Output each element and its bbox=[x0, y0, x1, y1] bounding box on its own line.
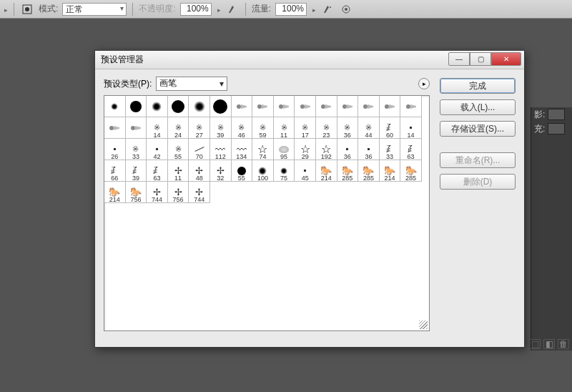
svg-point-1 bbox=[25, 7, 29, 11]
brush-preset[interactable] bbox=[252, 96, 274, 117]
brush-preset[interactable] bbox=[316, 96, 337, 117]
panel-input-1[interactable] bbox=[548, 109, 565, 120]
brush-preset[interactable]: ✢11 bbox=[168, 160, 189, 182]
brush-preset[interactable]: ※55 bbox=[168, 139, 189, 160]
brush-preset[interactable]: ※44 bbox=[358, 117, 380, 139]
svg-point-14 bbox=[109, 126, 114, 130]
delete-button[interactable]: 删除(D) bbox=[440, 174, 516, 190]
brush-preset[interactable]: ⺪66 bbox=[104, 160, 126, 182]
dialog-titlebar[interactable]: 预设管理器 — ▢ ✕ bbox=[95, 51, 524, 69]
brush-preset[interactable]: 〰134 bbox=[232, 139, 253, 160]
brush-preset[interactable]: 36 bbox=[337, 139, 359, 160]
panel-icon-1[interactable]: ⬚ bbox=[529, 339, 541, 349]
brush-preset[interactable]: ⺪63 bbox=[147, 160, 168, 182]
tool-preset-arrow[interactable] bbox=[3, 4, 8, 14]
brush-preset[interactable]: ※17 bbox=[295, 117, 316, 139]
brush-preset[interactable] bbox=[358, 96, 380, 117]
brush-preset[interactable]: 55 bbox=[232, 160, 253, 182]
brush-preset[interactable] bbox=[210, 96, 232, 117]
brush-preset[interactable] bbox=[126, 117, 147, 139]
brush-preset[interactable]: 🐎756 bbox=[126, 182, 147, 203]
preset-type-select[interactable]: 画笔 bbox=[156, 77, 227, 91]
brush-preset[interactable]: 🐎285 bbox=[358, 160, 380, 182]
brush-preset[interactable]: ✢48 bbox=[189, 160, 210, 182]
preset-manager-dialog: 预设管理器 — ▢ ✕ 预设类型(P): 画笔 ▸ ※14※24※27※39※4… bbox=[94, 50, 525, 348]
flyout-menu-icon[interactable]: ▸ bbox=[418, 78, 430, 89]
brush-preset[interactable]: ※46 bbox=[232, 117, 253, 139]
done-button[interactable]: 完成 bbox=[440, 78, 516, 94]
brush-preset[interactable]: 〰112 bbox=[210, 139, 232, 160]
brush-preset[interactable] bbox=[337, 96, 359, 117]
brush-settings-icon[interactable] bbox=[20, 2, 34, 16]
brush-preset[interactable]: ※59 bbox=[252, 117, 274, 139]
brush-preset[interactable] bbox=[380, 96, 401, 117]
brush-preset[interactable]: 🐎285 bbox=[337, 160, 359, 182]
brush-preset[interactable] bbox=[126, 96, 147, 117]
brush-preset[interactable]: ※39 bbox=[210, 117, 232, 139]
svg-point-13 bbox=[406, 104, 410, 109]
side-panel: 影: 充: ⬚ ◧ 🗑 bbox=[531, 107, 572, 351]
brush-preset[interactable] bbox=[104, 117, 126, 139]
brush-preset[interactable] bbox=[232, 96, 253, 117]
save-set-button[interactable]: 存储设置(S)... bbox=[440, 121, 516, 137]
brush-preset[interactable]: 36 bbox=[358, 139, 380, 160]
mode-select[interactable]: 正常 bbox=[62, 3, 127, 16]
size-pressure-icon[interactable] bbox=[339, 2, 353, 16]
brush-preset[interactable]: ⺪39 bbox=[126, 160, 147, 182]
brush-preset[interactable]: ※36 bbox=[337, 117, 359, 139]
maximize-button[interactable]: ▢ bbox=[470, 52, 491, 66]
brush-preset[interactable]: ※23 bbox=[316, 117, 337, 139]
brush-preset[interactable]: ☆29 bbox=[295, 139, 316, 160]
brush-preset[interactable]: ⺪63 bbox=[400, 139, 422, 160]
brush-preset[interactable]: 🐎214 bbox=[104, 182, 126, 203]
brush-preset[interactable]: ✢744 bbox=[147, 182, 168, 203]
brush-preset[interactable] bbox=[168, 96, 189, 117]
options-toolbar: 模式: 正常 不透明度: 100% 流量: 100% bbox=[0, 0, 572, 19]
minimize-button[interactable]: — bbox=[448, 52, 470, 66]
brush-preset[interactable]: ⺪33 bbox=[380, 139, 401, 160]
opacity-input[interactable]: 100% bbox=[180, 3, 212, 16]
brush-preset[interactable]: 🐎285 bbox=[400, 160, 422, 182]
brush-preset[interactable]: 95 bbox=[274, 139, 295, 160]
brush-preset[interactable]: ※14 bbox=[147, 117, 168, 139]
flow-arrow[interactable] bbox=[311, 4, 316, 14]
brush-preset[interactable]: 45 bbox=[295, 160, 316, 182]
brush-preset[interactable]: ⺪60 bbox=[380, 117, 401, 139]
brush-preset[interactable]: 14 bbox=[400, 117, 422, 139]
opacity-arrow[interactable] bbox=[216, 4, 221, 14]
brush-preset[interactable]: ✢32 bbox=[210, 160, 232, 182]
brush-preset[interactable] bbox=[274, 96, 295, 117]
panel-input-2[interactable] bbox=[548, 123, 565, 134]
brush-preset[interactable]: 🐎214 bbox=[316, 160, 337, 182]
brush-preset[interactable] bbox=[147, 96, 168, 117]
brush-preset[interactable]: ※27 bbox=[189, 117, 210, 139]
panel-icon-3[interactable]: 🗑 bbox=[558, 339, 569, 349]
opacity-pressure-icon[interactable] bbox=[225, 2, 240, 16]
brush-preset[interactable]: 26 bbox=[104, 139, 126, 160]
brush-preset[interactable] bbox=[189, 96, 210, 117]
brush-preset[interactable]: ☆192 bbox=[316, 139, 337, 160]
brush-preset[interactable] bbox=[295, 96, 316, 117]
brush-preset[interactable]: 75 bbox=[274, 160, 295, 182]
close-button[interactable]: ✕ bbox=[491, 52, 521, 66]
flow-input[interactable]: 100% bbox=[275, 3, 307, 16]
svg-point-7 bbox=[279, 104, 283, 109]
brush-preset[interactable]: ☆74 bbox=[252, 139, 274, 160]
brush-preset[interactable]: ※33 bbox=[126, 139, 147, 160]
resize-grip-icon[interactable] bbox=[419, 320, 428, 329]
brush-preset[interactable] bbox=[104, 96, 126, 117]
panel-bottom-icons: ⬚ ◧ 🗑 bbox=[529, 339, 569, 349]
brush-preset[interactable]: ※24 bbox=[168, 117, 189, 139]
rename-button[interactable]: 重命名(R)... bbox=[440, 152, 516, 168]
brush-preset[interactable]: 42 bbox=[147, 139, 168, 160]
brush-preset[interactable]: 70 bbox=[189, 139, 210, 160]
brush-preset[interactable]: 🐎214 bbox=[380, 160, 401, 182]
brush-preset[interactable]: ✢756 bbox=[168, 182, 189, 203]
panel-icon-2[interactable]: ◧ bbox=[543, 339, 555, 349]
brush-preset[interactable]: ※11 bbox=[274, 117, 295, 139]
airbrush-icon[interactable] bbox=[320, 2, 335, 16]
brush-preset[interactable]: ✢744 bbox=[189, 182, 210, 203]
brush-preset[interactable]: 100 bbox=[252, 160, 274, 182]
load-button[interactable]: 载入(L)... bbox=[440, 99, 516, 115]
brush-preset[interactable] bbox=[400, 96, 422, 117]
